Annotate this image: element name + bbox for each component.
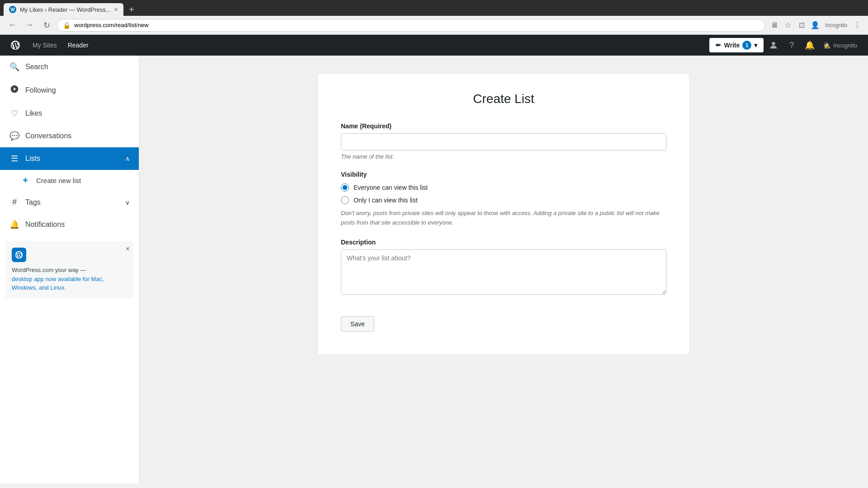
visibility-everyone-radio[interactable]	[341, 183, 349, 192]
visibility-everyone-label: Everyone can view this list	[354, 184, 428, 191]
tags-icon: #	[9, 197, 20, 207]
extensions-icon[interactable]: ⊡	[796, 20, 807, 31]
visibility-only-me-label: Only I can view this list	[354, 197, 418, 204]
name-input[interactable]	[341, 133, 666, 150]
notification-link[interactable]: desktop app now available for Mac, Windo…	[12, 276, 104, 291]
back-button[interactable]: ←	[5, 19, 19, 32]
name-hint: The name of the list.	[341, 153, 666, 160]
topbar-right: ✏ Write 1 ▾ ? 🔔 🕵 Incognito	[709, 37, 861, 53]
sidebar-item-create-new-list[interactable]: + Create new list	[0, 170, 139, 191]
notifications-label: Notifications	[25, 221, 65, 229]
visibility-note: Don't worry, posts from private sites wi…	[341, 209, 666, 228]
conversations-label: Conversations	[25, 132, 71, 140]
notifications-bell-button[interactable]: 🔔	[802, 37, 818, 53]
wp-notification-icon	[12, 248, 26, 262]
description-textarea[interactable]	[341, 249, 666, 295]
name-label: Name (Required)	[341, 122, 666, 130]
tab-favicon: W	[9, 6, 16, 13]
visibility-label: Visibility	[341, 171, 666, 178]
profile-icon[interactable]: 👤	[810, 20, 821, 31]
write-chevron-icon: ▾	[754, 42, 757, 49]
notification-text: WordPress.com your way — desktop app now…	[12, 266, 127, 292]
url-input[interactable]	[74, 22, 760, 28]
name-form-group: Name (Required) The name of the list.	[341, 122, 666, 160]
likes-label: Likes	[25, 109, 42, 117]
address-bar[interactable]: 🔒	[57, 19, 765, 32]
tab-title: My Likes ‹ Reader — WordPress...	[20, 6, 111, 13]
save-button[interactable]: Save	[341, 316, 374, 332]
help-button[interactable]: ?	[783, 37, 800, 53]
incognito-icon: 🕵	[823, 42, 830, 49]
cast-icon[interactable]: 🖥	[769, 20, 780, 31]
description-form-group: Description	[341, 239, 666, 296]
browser-toolbar: ← → ↻ 🔒 🖥 ☆ ⊡ 👤 Incognito ⋮	[0, 16, 868, 35]
likes-icon: ♡	[9, 108, 20, 118]
search-icon: 🔍	[9, 62, 20, 72]
visibility-option-everyone[interactable]: Everyone can view this list	[341, 183, 666, 192]
incognito-label: Incognito	[823, 20, 849, 31]
app-body: 🔍 Search Following ♡ Likes 💬 Conversatio…	[0, 56, 868, 483]
plus-icon: +	[20, 175, 31, 186]
svg-point-0	[772, 42, 775, 45]
lists-chevron-icon: ∧	[125, 155, 130, 162]
lock-icon: 🔒	[63, 22, 71, 29]
lists-icon: ☰	[9, 154, 20, 164]
user-avatar-button[interactable]	[765, 37, 782, 53]
new-tab-button[interactable]: +	[125, 3, 138, 16]
tab-close-button[interactable]: ×	[114, 6, 118, 13]
incognito-label: Incognito	[833, 42, 857, 49]
write-label: Write	[724, 42, 740, 49]
refresh-button[interactable]: ↻	[40, 19, 53, 32]
browser-tabs: W My Likes ‹ Reader — WordPress... × +	[0, 0, 868, 16]
sidebar-item-following[interactable]: Following	[0, 78, 139, 102]
write-pencil-icon: ✏	[716, 42, 721, 49]
sidebar-item-lists[interactable]: ☰ Lists ∧	[0, 147, 139, 170]
incognito-menu-button[interactable]: 🕵 Incognito	[820, 40, 861, 51]
wp-topbar: My Sites Reader ✏ Write 1 ▾ ? 🔔 🕵 Incogn…	[0, 35, 868, 56]
lists-label: Lists	[25, 155, 40, 163]
sidebar-notification-banner: × WordPress.com your way — desktop app n…	[5, 241, 133, 299]
notifications-icon: 🔔	[9, 220, 20, 230]
create-new-list-label: Create new list	[36, 177, 81, 184]
sidebar-item-tags[interactable]: # Tags ∨	[0, 191, 139, 213]
sidebar-item-likes[interactable]: ♡ Likes	[0, 102, 139, 125]
tags-chevron-icon: ∨	[125, 199, 130, 206]
sidebar-item-search[interactable]: 🔍 Search	[0, 56, 139, 78]
visibility-option-only-me[interactable]: Only I can view this list	[341, 196, 666, 204]
tags-label: Tags	[25, 198, 41, 206]
sidebar-item-conversations[interactable]: 💬 Conversations	[0, 125, 139, 147]
more-menu-button[interactable]: ⋮	[852, 20, 863, 31]
sidebar-item-notifications[interactable]: 🔔 Notifications	[0, 213, 139, 236]
conversations-icon: 💬	[9, 131, 20, 141]
toolbar-icons: 🖥 ☆ ⊡ 👤 Incognito ⋮	[769, 20, 863, 31]
visibility-only-me-radio[interactable]	[341, 196, 349, 204]
reader-button[interactable]: Reader	[62, 35, 94, 56]
write-count: 1	[742, 41, 751, 50]
create-list-card: Create List Name (Required) The name of …	[318, 74, 689, 354]
sidebar-search-label: Search	[25, 63, 48, 71]
notification-close-button[interactable]: ×	[126, 245, 130, 253]
bookmark-icon[interactable]: ☆	[783, 20, 793, 31]
wp-logo	[7, 37, 24, 53]
following-label: Following	[25, 86, 56, 94]
following-icon	[9, 84, 20, 96]
visibility-group: Visibility Everyone can view this list O…	[341, 171, 666, 228]
page-title: Create List	[341, 92, 666, 106]
write-button[interactable]: ✏ Write 1 ▾	[709, 38, 764, 52]
my-sites-button[interactable]: My Sites	[27, 35, 62, 56]
sidebar: 🔍 Search Following ♡ Likes 💬 Conversatio…	[0, 56, 139, 483]
description-label: Description	[341, 239, 666, 246]
active-tab[interactable]: W My Likes ‹ Reader — WordPress... ×	[4, 3, 123, 16]
main-content: Create List Name (Required) The name of …	[139, 56, 868, 483]
forward-button[interactable]: →	[23, 19, 36, 32]
